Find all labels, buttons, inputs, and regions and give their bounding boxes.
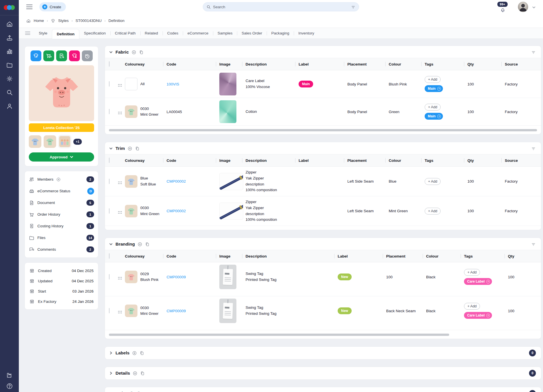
- component-code[interactable]: CMP00009: [167, 275, 186, 279]
- create-button[interactable]: + Create: [39, 2, 66, 11]
- tab-inventory[interactable]: Inventory: [294, 28, 319, 39]
- tab-specification[interactable]: Specification: [79, 28, 110, 39]
- chevron-right-icon[interactable]: [109, 371, 113, 375]
- thumbnail-babies-photo[interactable]: [58, 135, 71, 148]
- upload-icon[interactable]: [6, 34, 13, 41]
- select-all-checkbox[interactable]: [109, 158, 110, 163]
- sidebar-item-order-history[interactable]: Order History1: [29, 209, 94, 220]
- search-filter-icon[interactable]: [351, 5, 355, 9]
- help-icon[interactable]: [6, 383, 13, 390]
- user-menu-chevron-icon[interactable]: [532, 5, 536, 9]
- horizontal-scrollbar[interactable]: [109, 129, 537, 131]
- home-icon[interactable]: [6, 21, 13, 28]
- copy-icon[interactable]: [137, 391, 141, 392]
- folder-icon[interactable]: [6, 62, 13, 69]
- add-tag-button[interactable]: + Add: [425, 104, 441, 111]
- tab-samples[interactable]: Samples: [213, 28, 237, 39]
- notifications-button[interactable]: 99+: [497, 1, 509, 13]
- remove-tag-icon[interactable]: ×: [437, 87, 441, 91]
- component-code[interactable]: CMP00009: [167, 309, 186, 313]
- fabric-teal-image[interactable]: [219, 100, 236, 123]
- sidebar-item-costing-history[interactable]: Costing History1: [29, 220, 94, 232]
- user-avatar[interactable]: [518, 2, 528, 12]
- status-dropdown-button[interactable]: Approved: [29, 152, 94, 162]
- style-delete-button[interactable]: [69, 50, 80, 61]
- tabs-menu-icon[interactable]: [25, 32, 30, 35]
- hamburger-menu-icon[interactable]: [26, 5, 33, 9]
- sidebar-item-comments[interactable]: Comments2: [29, 244, 94, 255]
- app-logo[interactable]: [0, 0, 19, 15]
- remove-tag-icon[interactable]: ×: [486, 314, 490, 317]
- filter-icon[interactable]: [531, 242, 536, 247]
- chevron-down-icon[interactable]: [109, 146, 113, 150]
- history-button[interactable]: [82, 50, 93, 61]
- tab-style[interactable]: Style: [34, 28, 52, 39]
- row-checkbox[interactable]: [109, 274, 110, 279]
- sidebar-item-members[interactable]: Members2: [29, 173, 94, 185]
- zipper-image[interactable]: [219, 203, 243, 220]
- search-input[interactable]: [213, 5, 351, 9]
- remove-tag-icon[interactable]: ×: [486, 280, 490, 283]
- sidebar-item-files[interactable]: Files14: [29, 232, 94, 244]
- tag-main[interactable]: Main×: [425, 113, 443, 120]
- row-checkbox[interactable]: [109, 208, 110, 214]
- copy-icon[interactable]: [140, 371, 145, 376]
- settings-icon[interactable]: [6, 75, 13, 82]
- fabric-purple-image[interactable]: [219, 73, 236, 95]
- filter-icon[interactable]: [531, 50, 536, 55]
- row-checkbox[interactable]: [109, 179, 110, 184]
- component-code[interactable]: 100VIS: [167, 82, 179, 86]
- horizontal-scrollbar[interactable]: [109, 334, 449, 336]
- copy-icon[interactable]: [145, 242, 150, 247]
- thumbnail-onesie-blue[interactable]: [29, 135, 41, 148]
- collection-banner[interactable]: Loreta Collection '25: [29, 123, 94, 132]
- tab-definition[interactable]: Definition: [52, 29, 79, 39]
- swingtag-image[interactable]: [219, 299, 236, 323]
- cart-add-button[interactable]: [43, 50, 54, 61]
- sidebar-item-document[interactable]: Document5: [29, 197, 94, 209]
- add-tag-button[interactable]: + Add: [464, 269, 480, 276]
- chevron-down-icon[interactable]: [109, 50, 113, 54]
- select-all-checkbox[interactable]: [109, 253, 110, 259]
- component-code[interactable]: CMP00002: [167, 179, 186, 183]
- plus-circle-icon[interactable]: [56, 177, 61, 182]
- tab-sales-order[interactable]: Sales Order: [237, 28, 267, 39]
- sidebar-item-ecommerce-status[interactable]: eCommerce StatusD: [29, 185, 94, 197]
- style-copy-button[interactable]: [31, 50, 41, 61]
- plus-circle-icon[interactable]: [133, 371, 137, 376]
- tab-codes[interactable]: Codes: [163, 28, 183, 39]
- tab-packaging[interactable]: Packaging: [267, 28, 294, 39]
- tag-main[interactable]: Main×: [425, 85, 443, 92]
- tab-related[interactable]: Related: [140, 28, 163, 39]
- chevron-down-icon[interactable]: [109, 242, 113, 246]
- add-tag-button[interactable]: + Add: [425, 76, 441, 83]
- tab-ecommerce[interactable]: eCommerce: [183, 28, 213, 39]
- row-checkbox[interactable]: [109, 81, 110, 87]
- plus-circle-icon[interactable]: [131, 50, 136, 55]
- tab-critical-path[interactable]: Critical Path: [110, 28, 140, 39]
- plus-circle-icon[interactable]: [137, 242, 142, 247]
- search-icon[interactable]: [6, 89, 13, 96]
- analytics-icon[interactable]: [6, 48, 13, 55]
- row-checkbox[interactable]: [109, 109, 110, 114]
- style-main-image[interactable]: [29, 65, 94, 121]
- add-tag-button[interactable]: + Add: [425, 208, 441, 215]
- swingtag-image[interactable]: [219, 265, 236, 289]
- breadcrumb-item-home[interactable]: Home: [34, 19, 44, 23]
- remove-tag-icon[interactable]: ×: [437, 115, 441, 118]
- filter-icon[interactable]: [531, 146, 536, 151]
- add-tag-button[interactable]: + Add: [464, 303, 480, 310]
- tag-care-label[interactable]: Care Label×: [464, 278, 492, 285]
- more-images-badge[interactable]: +1: [73, 139, 82, 145]
- profile-icon[interactable]: [6, 103, 13, 110]
- select-all-checkbox[interactable]: [109, 61, 110, 67]
- zipper-image[interactable]: [219, 173, 243, 190]
- breadcrumb-item-st000143dnu[interactable]: ST000143DNU: [76, 19, 102, 23]
- copy-icon[interactable]: [135, 146, 140, 151]
- breadcrumb-item-definition[interactable]: Definition: [108, 19, 124, 23]
- plus-circle-icon[interactable]: [127, 146, 132, 151]
- tag-care-label[interactable]: Care Label×: [464, 312, 492, 319]
- breadcrumb-item-styles[interactable]: Styles: [58, 19, 69, 23]
- plus-circle-icon[interactable]: [132, 351, 137, 356]
- row-checkbox[interactable]: [109, 308, 110, 313]
